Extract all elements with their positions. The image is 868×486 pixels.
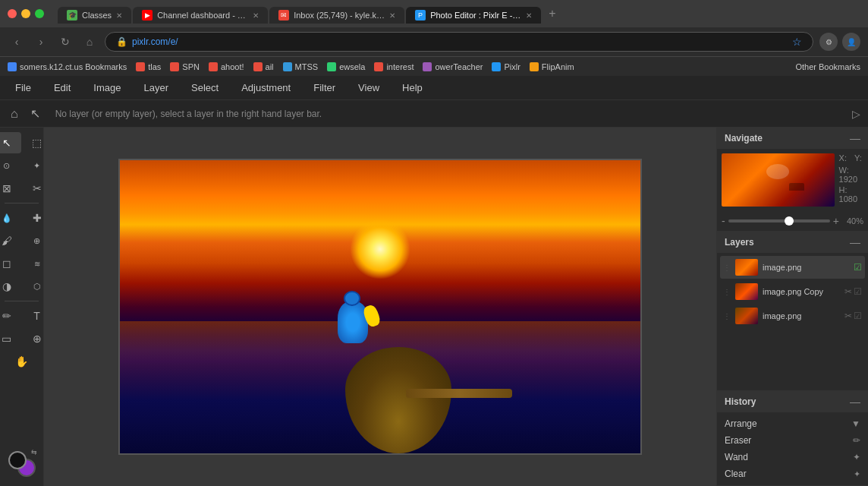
history-collapse-button[interactable]: —	[850, 396, 860, 408]
layer-thumb-3	[735, 308, 758, 324]
back-button[interactable]: ‹	[8, 33, 26, 51]
foreground-color-swatch[interactable]	[8, 451, 27, 469]
bookmark-interest[interactable]: interest	[374, 62, 414, 71]
marquee-tool[interactable]: ⬚	[23, 132, 45, 153]
profile-button[interactable]: 👤	[842, 33, 860, 51]
hand-tool[interactable]: ✋	[8, 351, 36, 372]
blur-tool[interactable]: ≋	[23, 253, 45, 274]
menu-layer[interactable]: Layer	[140, 80, 174, 95]
lasso-tool[interactable]: ⊙	[0, 155, 21, 176]
bookmark-label-pixlr: Pixlr	[504, 62, 520, 71]
arrow-tool-button[interactable]: ↖	[27, 103, 43, 124]
layer-scissors-3[interactable]: ✂	[844, 311, 852, 321]
menu-file[interactable]: File	[11, 80, 36, 95]
eraser-tool[interactable]: ◻	[0, 253, 21, 274]
menu-adjustment[interactable]: Adjustment	[237, 80, 295, 95]
history-item-eraser[interactable]: Eraser ✏	[720, 432, 865, 449]
tab-youtube[interactable]: ▶ Channel dashboard - YouTube ✕	[133, 7, 268, 24]
panel-toggle-button[interactable]: ▷	[852, 108, 860, 120]
bookmark-flipanim[interactable]: FlipAnim	[530, 62, 574, 71]
parrot	[338, 301, 376, 355]
bookmark-icon-tlas	[136, 62, 145, 71]
move-tool[interactable]: ↖	[0, 132, 21, 153]
zoom-slider[interactable]	[728, 219, 830, 222]
bookmark-ownerteacher[interactable]: owerTeacher	[423, 62, 483, 71]
layer-item-1[interactable]: ⋮ image.png ☑	[720, 256, 865, 279]
tab-gmail[interactable]: ✉ Inbox (25,749) - kyle.kipfer@s... ✕	[269, 7, 404, 24]
shape-tool[interactable]: ▭	[0, 328, 21, 349]
bookmark-label-interest: interest	[386, 62, 414, 71]
tab-close-gmail[interactable]: ✕	[389, 11, 395, 20]
shape-fill-tool[interactable]: ⬡	[23, 276, 45, 297]
zoom-out-button[interactable]: -	[722, 216, 725, 226]
menu-edit[interactable]: Edit	[49, 80, 75, 95]
layer-actions-3: ✂ ☑	[844, 311, 862, 321]
navigate-section: Navigate — X: Y:	[717, 128, 868, 232]
swap-colors-icon[interactable]: ⇆	[31, 448, 37, 456]
swatch-container[interactable]: ⇆	[7, 448, 37, 477]
menu-view[interactable]: View	[354, 80, 384, 95]
tab-classes[interactable]: 🎓 Classes ✕	[58, 7, 131, 24]
tool-row-8: ✏ T	[0, 305, 44, 327]
menu-filter[interactable]: Filter	[309, 80, 340, 95]
address-bar[interactable]: 🔒 pixlr.com/e/ ☆	[105, 32, 813, 52]
clone-tool[interactable]: ⊕	[23, 230, 45, 251]
layer-item-2[interactable]: ⋮ image.png Copy ✂ ☑	[720, 280, 865, 303]
slice-tool[interactable]: ✂	[23, 178, 45, 199]
minimize-button[interactable]	[21, 9, 30, 18]
layer-scissors-2[interactable]: ✂	[844, 286, 852, 297]
eyedropper-tool[interactable]: 💧	[0, 207, 21, 229]
tab-close-pixlr[interactable]: ✕	[526, 11, 532, 20]
home-button[interactable]: ⌂	[80, 33, 99, 51]
bookmark-icon-spn	[170, 62, 179, 71]
layer-visibility-1[interactable]: ☑	[854, 262, 862, 273]
new-tab-button[interactable]: +	[542, 4, 561, 24]
brush-tool[interactable]: 🖌	[0, 230, 21, 251]
reload-button[interactable]: ↻	[56, 33, 74, 51]
dodge-tool[interactable]: ◑	[0, 276, 21, 297]
bookmark-ahoot[interactable]: ahoot!	[209, 62, 244, 71]
tab-favicon-classes: 🎓	[67, 10, 77, 21]
layer-visibility-3[interactable]: ☑	[854, 311, 862, 321]
forward-button[interactable]: ›	[32, 33, 50, 51]
magic-wand-tool[interactable]: ✦	[23, 155, 45, 176]
tab-pixlr[interactable]: P Photo Editor : Pixlr E - free ima... ✕	[406, 7, 541, 24]
menu-help[interactable]: Help	[398, 80, 427, 95]
history-item-arrange[interactable]: Arrange ▼	[720, 415, 865, 432]
history-eraser-icon: ✏	[853, 435, 860, 446]
bookmark-pixlr[interactable]: Pixlr	[492, 62, 520, 71]
layers-collapse-button[interactable]: —	[850, 236, 860, 248]
close-button[interactable]	[8, 9, 17, 18]
menu-select[interactable]: Select	[187, 80, 223, 95]
pen-tool[interactable]: ✏	[0, 305, 21, 327]
extensions-button[interactable]: ⚙	[819, 33, 838, 51]
bookmark-ewsela[interactable]: ewsela	[327, 62, 365, 71]
y-label: Y:	[854, 153, 862, 163]
zoom-tool[interactable]: ⊕	[23, 328, 45, 349]
bookmark-tlas[interactable]: tlas	[136, 62, 161, 71]
bookmark-mtss[interactable]: MTSS	[283, 62, 319, 71]
healing-tool[interactable]: ✚	[23, 207, 45, 229]
navigate-thumbnail[interactable]	[722, 153, 835, 207]
history-item-wand[interactable]: Wand ✦	[720, 449, 865, 465]
tab-close-youtube[interactable]: ✕	[253, 11, 259, 20]
layer-item-3[interactable]: ⋮ image.png ✂ ☑	[720, 305, 865, 327]
maximize-button[interactable]	[35, 9, 44, 18]
bookmark-ail[interactable]: ail	[253, 62, 274, 71]
menu-image[interactable]: Image	[89, 80, 125, 95]
bookmark-star-icon[interactable]: ☆	[792, 36, 802, 48]
address-text: pixlr.com/e/	[132, 36, 178, 47]
text-tool[interactable]: T	[23, 305, 45, 327]
bookmark-other[interactable]: Other Bookmarks	[795, 62, 860, 71]
bookmark-somers[interactable]: somers.k12.ct.us Bookmarks	[8, 62, 127, 71]
home-tool-button[interactable]: ⌂	[8, 104, 21, 124]
tool-row-9: ▭ ⊕	[0, 328, 44, 349]
layer-drag-handle-3: ⋮	[723, 312, 731, 320]
layer-visibility-2[interactable]: ☑	[854, 286, 862, 297]
canvas-area[interactable]	[44, 128, 716, 486]
tab-close-classes[interactable]: ✕	[116, 11, 122, 20]
bookmark-spn[interactable]: SPN	[170, 62, 200, 71]
zoom-in-button[interactable]: +	[833, 216, 839, 226]
navigate-collapse-button[interactable]: —	[850, 132, 860, 144]
crop-tool[interactable]: ⊠	[0, 178, 21, 199]
